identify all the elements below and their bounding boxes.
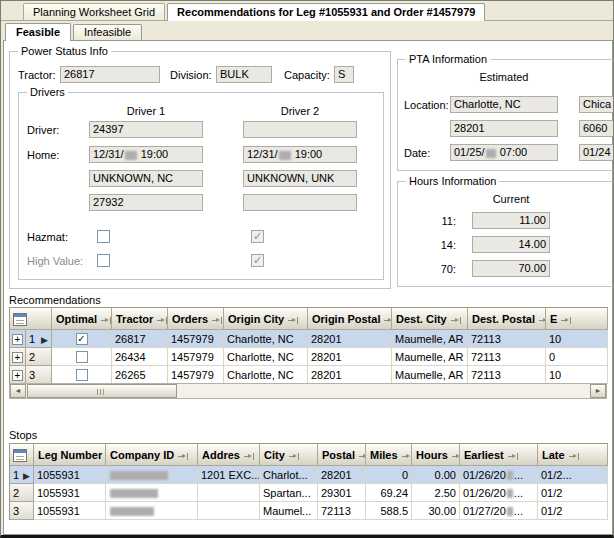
grid-cell[interactable]: 28201	[308, 366, 392, 384]
grid-options-button[interactable]	[10, 308, 52, 330]
recommendation-row-1[interactable]: +1▶✓268171457979Charlotte, NC28201Maumel…	[10, 330, 608, 348]
grid-cell[interactable]: 0.00	[412, 466, 460, 484]
grid-cell[interactable]: 0	[366, 466, 412, 484]
grid-cell[interactable]: 26265	[112, 366, 168, 384]
driver1-home-time-field[interactable]: 12/31/ 19:00	[89, 146, 203, 163]
grid-cell[interactable]: 1457979	[168, 330, 224, 348]
grid-cell[interactable]: Maumelle, AR	[392, 330, 468, 348]
tractor-field[interactable]: 26817	[60, 66, 160, 83]
grid-cell[interactable]: 1201 EXC...	[198, 466, 260, 484]
scroll-right-button[interactable]: ►	[590, 384, 606, 398]
pta-postal-estimated-field[interactable]: 28201	[450, 120, 558, 137]
grid-cell[interactable]: 01/2	[538, 502, 608, 520]
column-header-optimal[interactable]: Optimal	[52, 308, 112, 330]
optimal-checkbox[interactable]	[76, 351, 88, 363]
column-pin-icon[interactable]	[561, 316, 572, 325]
grid-cell[interactable]	[106, 484, 198, 502]
hours-11-field[interactable]: 11.00	[472, 212, 550, 229]
column-pin-icon[interactable]	[212, 316, 223, 325]
expand-row-button[interactable]: +	[12, 334, 23, 345]
grid-cell[interactable]: 26434	[112, 348, 168, 366]
driver1-id-field[interactable]: 24397	[89, 121, 203, 138]
column-header-earliest[interactable]: Earliest	[460, 444, 538, 466]
column-pin-icon[interactable]	[452, 452, 460, 461]
grid-cell[interactable]: 1055931	[34, 484, 106, 502]
tab-planning-worksheet-grid[interactable]: Planning Worksheet Grid	[23, 3, 165, 20]
grid-cell[interactable]: 72113	[318, 502, 366, 520]
row-header-2[interactable]: 2	[26, 348, 52, 366]
expand-row-button[interactable]: +	[12, 370, 23, 381]
grid-cell[interactable]: 01/2	[538, 484, 608, 502]
column-header-e[interactable]: E	[546, 308, 608, 330]
column-pin-icon[interactable]	[288, 316, 299, 325]
column-header-company-id[interactable]: Company ID	[106, 444, 198, 466]
column-pin-icon[interactable]	[289, 452, 300, 461]
grid-cell[interactable]: Spartan...	[260, 484, 318, 502]
grid-cell[interactable]: Maumel...	[260, 502, 318, 520]
column-pin-icon[interactable]	[101, 316, 112, 325]
scroll-left-button[interactable]: ◄	[10, 384, 26, 398]
tab-feasible[interactable]: Feasible	[5, 23, 71, 41]
column-pin-icon[interactable]	[157, 316, 168, 325]
column-header-addres[interactable]: Addres	[198, 444, 260, 466]
grid-cell[interactable]	[198, 502, 260, 520]
grid-options-button[interactable]	[10, 444, 34, 466]
column-header-leg-number[interactable]: Leg Number	[34, 444, 106, 466]
pta-postal-second-field[interactable]: 6060	[579, 120, 614, 137]
column-header-late[interactable]: Late	[538, 444, 608, 466]
column-pin-icon[interactable]	[178, 452, 189, 461]
grid-cell[interactable]: 10	[546, 366, 608, 384]
hours-14-field[interactable]: 14.00	[472, 236, 550, 253]
column-header-postal[interactable]: Postal	[318, 444, 366, 466]
driver1-home-location-field[interactable]: UNKNOWN, NC	[89, 170, 203, 187]
driver1-high-value-checkbox[interactable]	[97, 254, 110, 267]
grid-cell[interactable]: 1055931	[34, 466, 106, 484]
grid-cell[interactable]: 72113	[468, 330, 546, 348]
grid-cell[interactable]: Maumelle, AR	[392, 366, 468, 384]
grid-cell[interactable]: 72113	[468, 366, 546, 384]
grid-cell[interactable]	[198, 484, 260, 502]
grid-cell[interactable]: 0	[546, 348, 608, 366]
pta-location-second-field[interactable]: Chica	[579, 96, 614, 113]
driver2-home-postal-field[interactable]	[243, 194, 357, 211]
recommendation-row-3[interactable]: +3262651457979Charlotte, NC28201Maumelle…	[10, 366, 608, 384]
stop-row-1[interactable]: 1▶10559311201 EXC...Charlot...2820100.00…	[10, 466, 608, 484]
grid-cell[interactable]	[106, 466, 198, 484]
pta-date-second-field[interactable]: 01/24	[579, 144, 614, 161]
grid-cell[interactable]: Charlotte, NC	[224, 348, 308, 366]
column-pin-icon[interactable]	[384, 316, 392, 325]
grid-cell[interactable]: 72113	[468, 348, 546, 366]
stop-row-2[interactable]: 21055931Spartan...2930169.242.5001/26/20…	[10, 484, 608, 502]
recommendation-row-2[interactable]: +2264341457979Charlotte, NC28201Maumelle…	[10, 348, 608, 366]
row-header-1[interactable]: 1▶	[10, 466, 34, 484]
grid-cell[interactable]: 69.24	[366, 484, 412, 502]
column-pin-icon[interactable]	[569, 452, 580, 461]
column-header-miles[interactable]: Miles	[366, 444, 412, 466]
column-pin-icon[interactable]	[402, 452, 412, 461]
grid-cell[interactable]: 10	[546, 330, 608, 348]
column-header-origin-city[interactable]: Origin City	[224, 308, 308, 330]
driver2-id-field[interactable]	[243, 121, 357, 138]
grid-cell[interactable]: 01/27/20...	[460, 502, 538, 520]
row-header-2[interactable]: 2	[10, 484, 34, 502]
grid-cell[interactable]: 588.5	[366, 502, 412, 520]
grid-cell[interactable]: 1457979	[168, 348, 224, 366]
column-header-tractor[interactable]: Tractor	[112, 308, 168, 330]
grid-cell[interactable]: 30.00	[412, 502, 460, 520]
column-header-city[interactable]: City	[260, 444, 318, 466]
grid-cell[interactable]: 28201	[308, 330, 392, 348]
column-header-hours[interactable]: Hours	[412, 444, 460, 466]
column-pin-icon[interactable]	[359, 452, 366, 461]
driver1-home-postal-field[interactable]: 27932	[89, 194, 203, 211]
pta-location-estimated-field[interactable]: Charlotte, NC	[450, 96, 558, 113]
column-header-orders[interactable]: Orders	[168, 308, 224, 330]
capacity-field[interactable]: S	[334, 66, 354, 83]
hours-70-field[interactable]: 70.00	[472, 260, 550, 277]
grid-cell[interactable]: 01/2...	[538, 466, 608, 484]
driver1-hazmat-checkbox[interactable]	[97, 230, 110, 243]
row-header-1[interactable]: 1▶	[26, 330, 52, 348]
pta-date-estimated-field[interactable]: 01/25/ 07:00	[450, 144, 558, 161]
scrollbar-thumb[interactable]	[27, 384, 177, 398]
grid-cell[interactable]: Charlotte, NC	[224, 330, 308, 348]
row-header-3[interactable]: 3	[26, 366, 52, 384]
